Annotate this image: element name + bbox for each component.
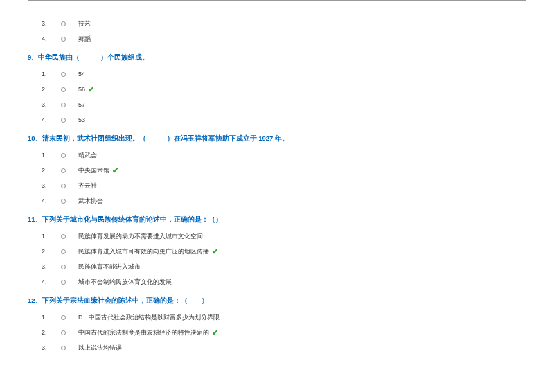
- radio-icon[interactable]: [61, 21, 66, 26]
- check-icon: [212, 247, 218, 256]
- radio-icon[interactable]: [61, 118, 66, 123]
- option-row: 3. 技艺: [42, 16, 526, 31]
- radio-icon[interactable]: [61, 168, 66, 173]
- option-number: 1.: [42, 71, 55, 78]
- option-number: 3.: [42, 182, 55, 189]
- top-divider: [28, 0, 526, 1]
- option-row: 4. 城市不会制约民族体育文化的发展: [42, 274, 526, 289]
- check-icon: [88, 85, 94, 94]
- radio-icon[interactable]: [61, 37, 66, 42]
- radio-icon[interactable]: [61, 184, 66, 188]
- option-number: 2.: [42, 329, 55, 336]
- option-number: 4.: [42, 116, 55, 123]
- option-row: 3. 民族体育不能进入城市: [42, 259, 526, 274]
- option-row: 3. 57: [42, 97, 526, 112]
- option-number: 2.: [42, 86, 55, 93]
- option-row: 2. 中央国术馆: [42, 163, 526, 178]
- radio-icon[interactable]: [61, 234, 66, 239]
- check-icon: [212, 328, 218, 337]
- question-10-title: 10、清末民初，武术社团组织出现。（ ）在冯玉祥将军协助下成立于 1927 年。: [28, 134, 526, 143]
- option-label: 武术协会: [78, 197, 103, 206]
- option-number: 3.: [42, 101, 55, 108]
- radio-icon[interactable]: [61, 346, 66, 350]
- option-label: D．中国古代社会政治结构是以财富多少为划分界限: [78, 313, 220, 322]
- option-label: 技艺: [78, 19, 91, 28]
- option-number: 3.: [42, 20, 55, 27]
- option-number: 3.: [42, 344, 55, 351]
- option-label: 精武会: [78, 151, 97, 160]
- option-row: 2. 民族体育进入城市可有效的向更广泛的地区传播: [42, 244, 526, 259]
- option-row: 4. 舞蹈: [42, 31, 526, 46]
- option-label: 舞蹈: [78, 35, 91, 44]
- option-number: 1.: [42, 233, 55, 240]
- option-row: 1. 54: [42, 66, 526, 82]
- option-label: 中央国术馆: [78, 166, 109, 175]
- option-number: 4.: [42, 35, 55, 42]
- option-row: 1. 民族体育发展的动力不需要进入城市文化空间: [42, 229, 526, 244]
- option-label: 齐云社: [78, 181, 97, 190]
- option-number: 3.: [42, 263, 55, 270]
- radio-icon[interactable]: [61, 315, 66, 320]
- radio-icon[interactable]: [61, 280, 66, 285]
- radio-icon[interactable]: [61, 265, 66, 269]
- option-number: 4.: [42, 197, 55, 204]
- radio-icon[interactable]: [61, 199, 66, 204]
- option-label: 中国古代的宗法制度是由农耕经济的特性决定的: [78, 328, 209, 337]
- option-row: 2. 中国古代的宗法制度是由农耕经济的特性决定的: [42, 325, 526, 340]
- option-number: 1.: [42, 152, 55, 159]
- option-label: 56: [78, 86, 85, 93]
- option-row: 4. 武术协会: [42, 193, 526, 208]
- check-icon: [112, 166, 118, 175]
- option-label: 57: [78, 101, 85, 108]
- option-label: 民族体育进入城市可有效的向更广泛的地区传播: [78, 247, 209, 256]
- radio-icon[interactable]: [61, 249, 66, 254]
- option-number: 4.: [42, 278, 55, 285]
- option-number: 2.: [42, 167, 55, 174]
- radio-icon[interactable]: [61, 153, 66, 158]
- radio-icon[interactable]: [61, 87, 66, 92]
- question-12-title: 12、下列关于宗法血缘社会的陈述中，正确的是：（ ）: [28, 296, 526, 305]
- option-row: 3. 以上说法均错误: [42, 340, 526, 355]
- question-9-title: 9、中华民族由（ ）个民族组成。: [28, 53, 526, 62]
- option-label: 以上说法均错误: [78, 344, 122, 353]
- option-row: 1. 精武会: [42, 148, 526, 163]
- option-label: 54: [78, 71, 85, 78]
- option-number: 1.: [42, 314, 55, 321]
- radio-icon[interactable]: [61, 72, 66, 77]
- option-label: 民族体育不能进入城市: [78, 262, 141, 271]
- option-label: 民族体育发展的动力不需要进入城市文化空间: [78, 232, 203, 241]
- option-row: 3. 齐云社: [42, 178, 526, 193]
- radio-icon[interactable]: [61, 330, 66, 335]
- option-row: 4. 53: [42, 112, 526, 127]
- option-label: 城市不会制约民族体育文化的发展: [78, 278, 172, 287]
- option-row: 1. D．中国古代社会政治结构是以财富多少为划分界限: [42, 310, 526, 325]
- question-11-title: 11、下列关于城市化与民族传统体育的论述中，正确的是：（）: [28, 215, 526, 224]
- option-row: 2. 56: [42, 82, 526, 97]
- option-label: 53: [78, 116, 85, 123]
- radio-icon[interactable]: [61, 103, 66, 107]
- option-number: 2.: [42, 248, 55, 255]
